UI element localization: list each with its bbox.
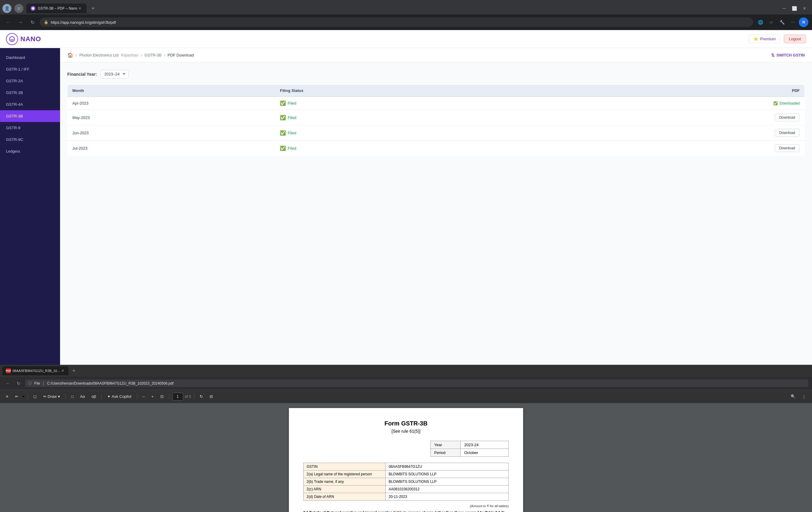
sidebar-item-gstr9[interactable]: GSTR-9 [0,122,60,134]
pdf-shape-btn[interactable]: □ [69,393,76,401]
lock-icon: 🔒 [44,20,48,24]
downloaded-check-icon: ✅ [773,101,778,105]
pdf-ask-copilot-btn[interactable]: ✦ Ask Copilot [105,393,134,401]
sidebar-item-gstr2a[interactable]: GSTR-2A [0,75,60,87]
pdf-eraser-btn[interactable]: ◻ [31,393,39,401]
pdf-text-edit-btn[interactable]: αβ [89,393,98,401]
pdf-new-tab-btn[interactable]: + [70,367,78,375]
pdf-file-label: File [34,381,40,385]
pdf-address-bar: ← ↻ ⓘ File │ C:/Users/heman/Downloads/08… [0,377,812,390]
sidebar-item-ledgers[interactable]: Ledgers [0,145,60,157]
fy-select[interactable]: 2021–22 2022–23 2023–24 2024–25 [100,70,128,78]
breadcrumb-company[interactable]: Photon Electronics Ltd [79,53,118,57]
pdf-field-label: 2(a) Legal name of the registered person [303,470,385,478]
filed-check-icon: ✅ [280,115,286,120]
pdf-field-value: AA0810236200312 [385,486,509,493]
logo-text: NANO [21,35,41,43]
pdf-more-tools-btn[interactable]: ⋮ [800,393,808,401]
pdf-list-view-btn[interactable]: ≡ [4,393,11,401]
table-row: Jun-2023✅FiledDownload [67,125,805,141]
premium-button[interactable]: ⭐ Premium [749,34,780,43]
pdf-search-btn[interactable]: 🔍 [788,393,798,401]
new-tab-btn[interactable]: + [89,4,97,12]
pdf-active-tab[interactable]: PDF 08AASFB9647G1ZU_R3B_102023... ✕ [2,366,68,375]
pdf-field-value: BLOWBITS SOLUTIONS LLP [385,470,509,478]
pdf-file-info-icon: ⓘ [28,381,32,386]
settings-ext-btn[interactable]: 🔧 [777,18,787,27]
svg-point-1 [9,36,15,42]
breadcrumb-sep-1: › [76,53,77,57]
filed-check-icon: ✅ [280,100,286,106]
pdf-tab-close-btn[interactable]: ✕ [61,368,65,374]
sidebar-item-gstr9c[interactable]: GSTR-9C [0,134,60,145]
switch-gstin-btn[interactable]: ⇅ SWITCH GSTIN [771,53,805,57]
pdf-tool-sep-4 [137,394,137,400]
pdf-toolbar: ≡ ✏ ▾ ◻ ✏ Draw ▾ □ Aα αβ ✦ Ask Copilot –… [0,390,812,403]
reload-btn[interactable]: ↻ [28,18,37,27]
pdf-annotate-dropdown[interactable]: ▾ [23,394,25,399]
pdf-year-value: 2023-24 [461,441,509,449]
pdf-rotate-btn[interactable]: ↻ [197,393,205,401]
sidebar-item-dashboard[interactable]: Dashboard [0,52,60,63]
download-btn[interactable]: Download [775,129,800,137]
sidebar-item-gstr1iff[interactable]: GSTR-1 / IFF [0,63,60,75]
tab-close-btn[interactable]: ✕ [78,6,82,11]
tab-bar: 👤 ⊞ GSTR-3B – PDF – Nano ✕ + ─ ⬜ ✕ [0,0,812,15]
maximize-btn[interactable]: ⬜ [790,4,798,12]
downloaded-badge: ✅ Downloaded [773,101,800,105]
bookmark-btn[interactable]: ☆ [766,18,776,27]
extension-icon[interactable]: N [799,18,808,27]
pdf-form-subtitle: [See rule 61(5)] [303,429,509,434]
pdf-field-label: 2(d) Date of ARN [303,493,385,501]
breadcrumb-module[interactable]: GSTR-3B [144,53,161,57]
pdf-zoom-out-btn[interactable]: – [140,393,147,401]
cell-status: ✅Filed [275,110,528,125]
pdf-gstin-row: 2(c) ARNAA0810236200312 [303,486,509,493]
logout-button[interactable]: Logout [784,34,806,43]
home-icon[interactable]: 🏠 [67,52,73,58]
svg-point-0 [32,7,34,9]
pdf-tool-sep-3 [102,394,102,400]
pdf-period-value: October [461,449,509,457]
col-month: Month [67,85,276,97]
pdf-fit-btn[interactable]: ⊡ [158,393,166,401]
breadcrumb-sep-2: › [141,53,142,57]
minimize-btn[interactable]: ─ [780,4,788,12]
download-btn[interactable]: Download [775,114,800,122]
pdf-back-btn[interactable]: ← [4,379,12,387]
download-btn[interactable]: Download [775,144,800,152]
pdf-draw-label: Draw [48,394,57,399]
more-btn[interactable]: ⋯ [788,18,798,27]
table-row: May-2023✅FiledDownload [67,110,805,125]
switch-gstin-label: SWITCH GSTIN [776,53,805,57]
copilot-icon: ✦ [107,394,111,399]
pdf-annotate-btn[interactable]: ✏ [12,393,21,401]
sidebar-item-gstr4a[interactable]: GSTR-4A [0,99,60,110]
pdf-gstin-row: 2(b) Trade name, if anyBLOWBITS SOLUTION… [303,478,509,486]
close-window-btn[interactable]: ✕ [801,4,808,12]
pdf-zoom-in-btn[interactable]: + [149,393,156,401]
tab-grid-btn[interactable]: ⊞ [14,4,23,13]
pdf-page-count: of 3 [185,395,191,399]
pdf-tab-icon: PDF [6,368,11,373]
data-table: Month Filing Status PDF Apr-2023✅Filed✅ … [67,84,805,156]
address-bar[interactable]: 🔒 https://app.nanogst.in/gstin/gstr3b/pd… [40,18,753,27]
translate-btn[interactable]: 🌐 [756,18,765,27]
pdf-field-value: BLOWBITS SOLUTIONS LLP [385,478,509,486]
pdf-two-page-btn[interactable]: ⊟ [207,393,215,401]
status-text: Filed [288,101,296,105]
pdf-draw-btn[interactable]: ✏ Draw ▾ [41,393,62,401]
pdf-tool-sep-5 [169,394,169,400]
sidebar-item-gstr2b[interactable]: GSTR-2B [0,87,60,99]
back-btn[interactable]: ← [4,18,13,27]
pdf-page-input[interactable] [172,393,183,401]
active-tab[interactable]: GSTR-3B – PDF – Nano ✕ [26,4,86,13]
pdf-file-sep: │ [42,381,45,385]
sidebar-item-gstr3b[interactable]: GSTR-3B [0,110,60,122]
pdf-tab-bar: PDF 08AASFB9647G1ZU_R3B_102023... ✕ + [0,365,812,377]
pdf-text-size-btn[interactable]: Aα [78,393,87,401]
forward-btn[interactable]: → [16,18,25,27]
pdf-reload-btn[interactable]: ↻ [14,379,23,387]
profile-avatar[interactable]: 👤 [2,4,11,13]
pdf-gstin-row: 2(d) Date of ARN20-11-2023 [303,493,509,501]
